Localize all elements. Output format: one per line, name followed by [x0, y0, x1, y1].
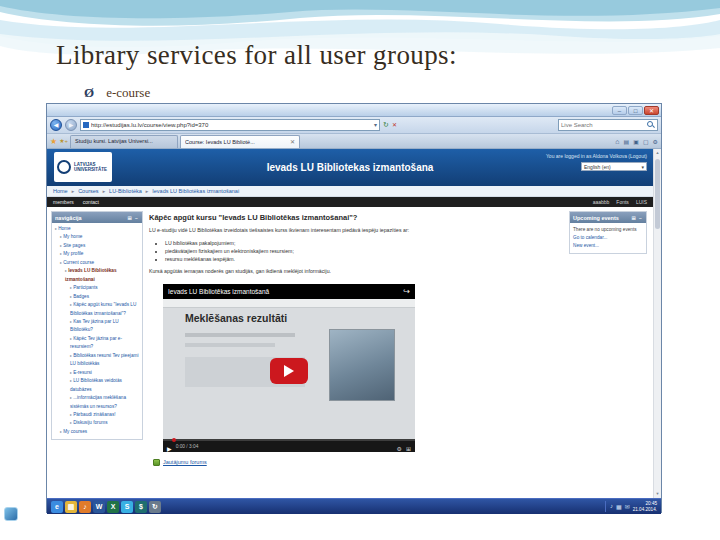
- tray-icon[interactable]: ♪: [610, 503, 613, 510]
- event-link[interactable]: Go to calendar...: [573, 234, 643, 242]
- block-actions-icons[interactable]: ⊞ −: [128, 215, 140, 221]
- navigation-block-header[interactable]: navigācija ⊞ −: [52, 212, 142, 223]
- utility-link[interactable]: members: [53, 199, 74, 205]
- excel-icon[interactable]: X: [107, 501, 119, 513]
- slide-decoration-square: [4, 507, 18, 521]
- utility-link[interactable]: aaabbb: [593, 199, 610, 205]
- favorites-star-icon[interactable]: [50, 132, 57, 148]
- navigation-tree: HomeMy homeSite pagesMy profileCurrent c…: [52, 223, 142, 439]
- folder-icon[interactable]: ▤: [65, 501, 77, 513]
- progress-bar[interactable]: [163, 439, 415, 441]
- tab-close-icon[interactable]: ✕: [290, 137, 295, 148]
- video-thumbnail[interactable]: Meklēšanas rezultāti: [163, 299, 415, 439]
- utility-link[interactable]: Fonts: [616, 199, 629, 205]
- language-select[interactable]: English (en): [581, 162, 647, 171]
- nav-item-label: Pārbaudi zināšanas!: [73, 412, 115, 417]
- nav-item[interactable]: Kāpēc apgūt kursu "Ievads LU Bibliotēkas…: [52, 301, 141, 318]
- logo-line2: UNIVERSITĀTE: [74, 167, 107, 172]
- nav-item[interactable]: My home: [52, 233, 141, 241]
- university-logo[interactable]: LATVIJAS UNIVERSITĀTE: [54, 152, 112, 182]
- nav-item-label: My home: [63, 234, 82, 239]
- course-title: Ievads LU Bibliotekas izmantošana: [137, 162, 563, 173]
- print-icon[interactable]: [633, 138, 639, 145]
- nav-item[interactable]: Diskusiju forums: [52, 419, 141, 427]
- forward-button[interactable]: [65, 119, 77, 131]
- nav-item[interactable]: My profile: [52, 250, 141, 258]
- refresh-icon[interactable]: [383, 119, 389, 131]
- breadcrumb-item[interactable]: LU-Bibliotēka: [109, 188, 142, 194]
- tools-icon[interactable]: [653, 138, 658, 145]
- utility-link[interactable]: LUIS: [636, 199, 647, 205]
- scroll-up-icon[interactable]: ▲: [654, 149, 661, 157]
- search-input[interactable]: [561, 120, 645, 130]
- forum-link[interactable]: Jautājumu forums: [163, 459, 207, 465]
- utility-link[interactable]: contact: [83, 199, 99, 205]
- skype-icon[interactable]: S: [121, 501, 133, 513]
- search-box[interactable]: [558, 119, 658, 131]
- nav-item[interactable]: Site pages: [52, 242, 141, 250]
- video-title-bar: Ievads LU Bibliotēkas izmantošanā: [163, 284, 415, 299]
- minimize-button[interactable]: –: [612, 106, 627, 115]
- logo-emblem-icon: [57, 160, 71, 174]
- close-button[interactable]: ✕: [644, 106, 659, 115]
- url-dropdown-icon[interactable]: [374, 119, 377, 131]
- url-box[interactable]: [80, 119, 380, 131]
- events-block-header[interactable]: Upcoming events ⊞ −: [570, 212, 646, 223]
- content-bullet: piedāvātajiem fiziskajiem un elektronisk…: [165, 247, 487, 255]
- page-scrollbar[interactable]: ▲ ▼: [653, 149, 661, 498]
- nav-item[interactable]: E-resursi: [52, 369, 141, 377]
- nav-item[interactable]: Current course: [52, 259, 141, 267]
- tab-course-active[interactable]: Course: Ievads LU Bibliotē... ✕: [180, 135, 300, 148]
- word-icon[interactable]: W: [93, 501, 105, 513]
- breadcrumb-item[interactable]: Ievads LU Bibliotēkas izmantošanai: [152, 188, 239, 194]
- play-button[interactable]: [270, 358, 308, 384]
- nav-item[interactable]: My courses: [52, 428, 141, 436]
- tray-icon[interactable]: ▦: [616, 503, 622, 510]
- window-titlebar[interactable]: – □ ✕: [47, 104, 661, 117]
- taskbar-clock[interactable]: 20:45 21.04.2014.: [633, 501, 657, 513]
- home-icon[interactable]: [615, 138, 619, 145]
- system-tray: ♪▦✉ 20:45 21.04.2014.: [605, 501, 657, 513]
- browser-toolbar-icons: [615, 135, 658, 148]
- tab-studiju-kursi[interactable]: Studiju kursi. Latvijas Universi...: [70, 135, 178, 148]
- update-icon[interactable]: ↻: [149, 501, 161, 513]
- feeds-icon[interactable]: [624, 138, 630, 145]
- nav-item[interactable]: Home: [52, 225, 141, 233]
- block-actions-icons[interactable]: ⊞ −: [632, 215, 644, 221]
- scroll-down-icon[interactable]: ▼: [654, 490, 661, 498]
- media-player-icon[interactable]: ♪: [79, 501, 91, 513]
- nav-item-label: E-resursi: [73, 370, 92, 375]
- back-button[interactable]: [50, 119, 62, 131]
- tray-icon[interactable]: ✉: [625, 503, 630, 510]
- nav-item[interactable]: LU Bibliotēkas veidotās datubāzes: [52, 377, 141, 394]
- nav-item-label: ...informācijas meklēšana sistēmās un re…: [70, 395, 126, 408]
- bank-icon[interactable]: $: [135, 501, 147, 513]
- nav-item[interactable]: Bibliotēkas resursi Tev pieejami LU bibl…: [52, 352, 141, 369]
- nav-item[interactable]: Badges: [52, 293, 141, 301]
- nav-item[interactable]: Participants: [52, 284, 141, 292]
- windows-taskbar: e▤♪WXS$↻ ♪▦✉ 20:45 21.04.2014.: [47, 498, 661, 514]
- event-link[interactable]: New event...: [573, 242, 643, 250]
- maximize-button[interactable]: □: [628, 106, 643, 115]
- internet-explorer-icon[interactable]: e: [51, 501, 63, 513]
- nav-item[interactable]: ...informācijas meklēšana sistēmās un re…: [52, 394, 141, 411]
- intro-paragraph: LU e-studiju vidē LU Bibliotēkas izveido…: [149, 227, 487, 235]
- breadcrumb-item[interactable]: Home: [53, 188, 68, 194]
- login-status[interactable]: You are logged in as Aldona Volkova (Log…: [546, 153, 647, 159]
- nav-item[interactable]: Ievads LU Bibliotēkas izmantošanai: [52, 267, 141, 284]
- progress-handle[interactable]: [172, 438, 176, 442]
- nav-item-label: Site pages: [63, 243, 85, 248]
- share-icon[interactable]: [403, 287, 410, 296]
- nav-item[interactable]: Kāpēc Tev jāzina par e-resursiem?: [52, 335, 141, 352]
- page-menu-icon[interactable]: [643, 138, 649, 145]
- bullet-text: e-course: [106, 85, 150, 101]
- add-favorite-icon[interactable]: [59, 131, 68, 148]
- url-input[interactable]: [91, 120, 372, 130]
- nav-item[interactable]: Kas Tev jāzina par LU Bibliotēku?: [52, 318, 141, 335]
- scrollbar-thumb[interactable]: [655, 159, 660, 229]
- search-icon[interactable]: [647, 121, 655, 129]
- nav-item-label: Home: [58, 226, 71, 231]
- stop-icon[interactable]: [392, 119, 397, 131]
- breadcrumb-item[interactable]: Courses: [78, 188, 98, 194]
- nav-item[interactable]: Pārbaudi zināšanas!: [52, 411, 141, 419]
